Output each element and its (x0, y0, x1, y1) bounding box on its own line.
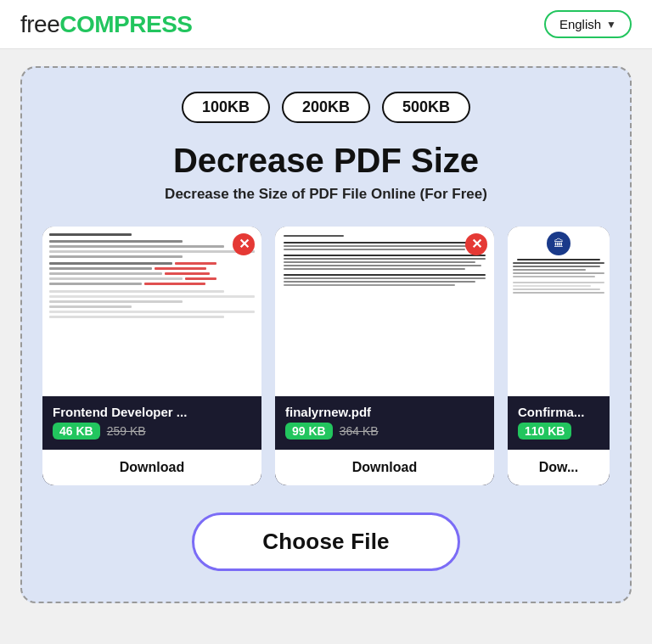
file-card-1: ✕ Frontend Developer ... 46 KB 259 KB Do… (42, 227, 261, 485)
file-card-2: ✕ finalyrnew.pdf 99 KB 364 KB Download (275, 227, 494, 485)
language-button[interactable]: English ▼ (544, 10, 632, 38)
language-label: English (559, 17, 601, 31)
download-button-1[interactable]: Download (42, 450, 261, 485)
download-button-3[interactable]: Dow... (508, 450, 610, 485)
file-cards-row: ✕ Frontend Developer ... 46 KB 259 KB Do… (42, 227, 610, 485)
drop-zone: 100KB 200KB 500KB Decrease PDF Size Decr… (20, 66, 632, 603)
size-badge-200kb[interactable]: 200KB (282, 92, 370, 123)
card-sizes-1: 46 KB 259 KB (53, 423, 251, 440)
chevron-down-icon: ▼ (606, 19, 616, 31)
page-subtitle: Decrease the Size of PDF File Online (Fo… (165, 186, 487, 203)
size-badge-500kb[interactable]: 500KB (382, 92, 470, 123)
size-new-3: 110 KB (518, 423, 571, 440)
size-old-1: 259 KB (107, 424, 146, 438)
pdf-preview-1 (42, 227, 261, 396)
size-new-1: 46 KB (53, 423, 100, 440)
card-filename-1: Frontend Developer ... (53, 405, 251, 419)
close-card-2-button[interactable]: ✕ (465, 233, 487, 255)
main-content: 100KB 200KB 500KB Decrease PDF Size Decr… (0, 49, 652, 629)
size-new-2: 99 KB (285, 423, 333, 440)
close-card-1-button[interactable]: ✕ (233, 233, 255, 255)
pdf-preview-2 (275, 227, 494, 396)
logo-compress-text: COMPRESS (59, 11, 192, 37)
size-badge-100kb[interactable]: 100KB (182, 92, 270, 123)
card-preview-1: ✕ (42, 227, 261, 396)
logo: freeCOMPRESS (20, 11, 193, 38)
card-info-2: finalyrnew.pdf 99 KB 364 KB (275, 396, 494, 448)
card-filename-2: finalyrnew.pdf (285, 405, 484, 419)
pdf-preview-3: 🏛 (508, 227, 610, 396)
choose-file-button[interactable]: Choose File (192, 512, 460, 571)
card-info-1: Frontend Developer ... 46 KB 259 KB (42, 396, 261, 448)
card-preview-2: ✕ (275, 227, 494, 396)
logo-free-text: free (20, 11, 59, 37)
header: freeCOMPRESS English ▼ (0, 0, 652, 49)
page-title: Decrease PDF Size (173, 142, 479, 179)
card-info-3: Confirma... 110 KB (508, 396, 610, 448)
card-preview-3: 🏛 (508, 227, 610, 396)
card-filename-3: Confirma... (518, 405, 599, 419)
size-badges-row: 100KB 200KB 500KB (182, 92, 470, 123)
card-sizes-3: 110 KB (518, 423, 599, 440)
file-card-3: 🏛 Confirma... (508, 227, 610, 485)
size-old-2: 364 KB (340, 424, 379, 438)
download-button-2[interactable]: Download (275, 450, 494, 485)
card-sizes-2: 99 KB 364 KB (285, 423, 484, 440)
